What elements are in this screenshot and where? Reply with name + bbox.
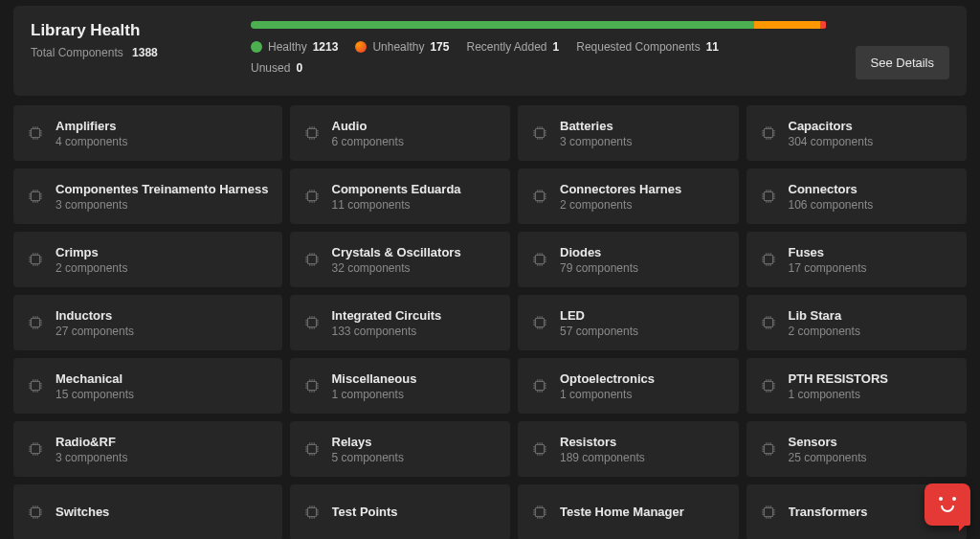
svg-rect-91 (764, 192, 772, 201)
category-card[interactable]: Lib Stara2 components (746, 295, 968, 350)
category-title: Test Points (332, 505, 498, 519)
category-card[interactable]: Diodes79 components (518, 232, 739, 287)
category-title: Diodes (560, 245, 725, 259)
smiley-icon (936, 497, 959, 512)
category-text: Integrated Circuits133 components (332, 308, 498, 338)
unhealthy-value: 175 (430, 40, 449, 54)
category-card[interactable]: Switches (13, 484, 282, 539)
svg-rect-260 (32, 445, 40, 454)
category-title: Audio (332, 119, 498, 133)
category-text: Componentes Treinamento Harness3 compone… (56, 182, 269, 212)
category-text: Lib Stara2 components (789, 308, 954, 338)
svg-rect-0 (32, 129, 40, 138)
chip-icon (531, 440, 548, 458)
chat-widget-button[interactable] (924, 483, 970, 526)
total-components-value: 1388 (132, 46, 158, 59)
healthy-value: 1213 (313, 40, 339, 54)
category-card[interactable]: Connectors106 components (746, 168, 968, 224)
category-card[interactable]: Components Eduarda11 components (290, 168, 511, 224)
category-card[interactable]: PTH RESISTORS1 components (746, 358, 968, 414)
category-count: 133 components (332, 325, 498, 338)
unhealthy-label: Unhealthy (372, 40, 424, 54)
category-text: Crimps2 components (56, 245, 269, 275)
unused-value: 0 (296, 61, 302, 75)
total-components-label: Total Components (31, 46, 123, 59)
recent-value: 1 (553, 40, 560, 54)
page-title: Library Health (31, 21, 222, 40)
legend-requested[interactable]: Requested Components 11 (576, 40, 719, 54)
health-bar-unhealthy-seg (754, 21, 821, 29)
category-count: 3 components (56, 451, 269, 464)
chip-icon (27, 377, 44, 394)
category-card[interactable]: Radio&RF3 components (13, 421, 282, 477)
svg-rect-65 (307, 192, 316, 201)
requested-value: 11 (706, 40, 719, 54)
chip-icon (303, 124, 321, 142)
svg-rect-117 (307, 256, 316, 264)
category-card[interactable]: Fuses17 components (746, 232, 968, 287)
category-title: Mechanical (56, 371, 269, 386)
category-card[interactable]: Crimps2 components (13, 232, 282, 287)
category-card[interactable]: Miscellaneous1 components (290, 358, 511, 414)
unhealthy-dot-icon (355, 41, 367, 53)
chip-icon (303, 440, 321, 458)
legend-unhealthy[interactable]: Unhealthy 175 (355, 40, 449, 54)
chip-icon (27, 188, 44, 205)
category-count: 15 components (56, 388, 269, 401)
svg-rect-286 (536, 445, 545, 454)
chip-icon (531, 504, 548, 521)
category-card[interactable]: Capacitors304 components (746, 105, 968, 161)
category-card[interactable]: LED57 components (518, 295, 739, 350)
category-card[interactable]: Componentes Treinamento Harness3 compone… (13, 168, 282, 224)
legend-recent[interactable]: Recently Added 1 (466, 40, 559, 54)
svg-rect-104 (32, 256, 40, 264)
category-count: 6 components (332, 135, 498, 148)
category-card[interactable]: Optoelectronics1 components (518, 358, 739, 414)
category-title: Sensors (789, 435, 954, 449)
chip-icon (531, 124, 548, 142)
category-card[interactable]: Batteries3 components (518, 105, 739, 161)
requested-label: Requested Components (576, 40, 700, 54)
category-card[interactable]: Sensors25 components (746, 421, 968, 477)
healthy-label: Healthy (268, 40, 307, 54)
svg-rect-299 (764, 445, 772, 454)
category-card[interactable]: Crystals & Oscillators32 components (290, 232, 511, 287)
legend-unused[interactable]: Unused 0 (251, 61, 302, 75)
category-count: 11 components (332, 198, 498, 212)
svg-rect-325 (307, 508, 316, 517)
category-card[interactable]: Connectores Harnes2 components (518, 168, 739, 224)
chip-icon (760, 504, 777, 521)
svg-rect-221 (307, 382, 316, 391)
svg-rect-143 (764, 256, 772, 264)
legend-row-1: Healthy 1213 Unhealthy 175 Recently Adde… (251, 40, 827, 54)
chip-icon (303, 377, 321, 394)
category-card[interactable]: Mechanical15 components (13, 358, 282, 414)
category-count: 3 components (560, 135, 725, 148)
category-card[interactable]: Teste Home Manager (518, 484, 739, 539)
category-card[interactable]: Relays5 components (290, 421, 511, 477)
category-title: Connectores Harnes (560, 182, 725, 196)
category-text: Connectors106 components (789, 182, 954, 212)
svg-rect-195 (764, 319, 772, 327)
category-card[interactable]: Test Points (290, 484, 511, 539)
category-card[interactable]: Amplifiers4 components (13, 105, 282, 161)
category-title: Componentes Treinamento Harness (56, 182, 269, 196)
chip-icon (760, 440, 777, 458)
category-count: 189 components (560, 451, 725, 464)
category-count: 17 components (789, 261, 954, 275)
category-card[interactable]: Inductors27 components (13, 295, 282, 350)
svg-rect-273 (307, 445, 316, 454)
header-center: Healthy 1213 Unhealthy 175 Recently Adde… (251, 21, 827, 82)
chip-icon (531, 377, 548, 394)
category-card[interactable]: Resistors189 components (518, 421, 739, 477)
category-count: 106 components (789, 198, 954, 212)
category-text: Amplifiers4 components (56, 119, 269, 148)
see-details-button[interactable]: See Details (856, 46, 949, 79)
header-left: Library Health Total Components 1388 (31, 21, 222, 59)
category-card[interactable]: Integrated Circuits133 components (290, 295, 511, 350)
svg-rect-13 (307, 129, 316, 138)
legend-healthy[interactable]: Healthy 1213 (251, 40, 338, 54)
category-text: Inductors27 components (56, 308, 269, 338)
category-card[interactable]: Audio6 components (290, 105, 511, 161)
svg-rect-156 (32, 319, 40, 327)
